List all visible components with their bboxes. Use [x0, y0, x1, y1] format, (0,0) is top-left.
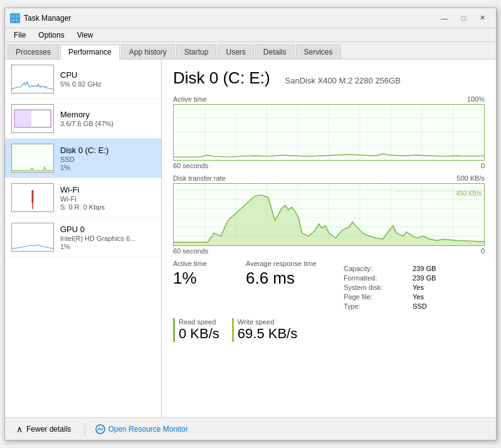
avg-response-value: 6.6 ms: [246, 269, 334, 288]
main-content: CPU 5% 0.92 GHz Memory 3.6/7.6 GB (47%): [5, 60, 496, 417]
info-row-type: Type: SSD: [344, 302, 485, 310]
detail-pane: Disk 0 (C: E:) SanDisk X400 M.2 2280 256…: [162, 60, 496, 417]
wifi-name: Wi-Fi: [60, 195, 155, 203]
svg-rect-2: [11, 19, 14, 21]
fewer-details-label: Fewer details: [26, 425, 71, 434]
memory-info: Memory 3.6/7.6 GB (47%): [60, 110, 155, 127]
page-file-label: Page file:: [344, 293, 413, 301]
svg-rect-7: [14, 110, 31, 127]
chart2-time-end: 0: [481, 247, 485, 255]
chart1-label: Active time: [173, 95, 207, 103]
gpu0-title: GPU 0: [60, 225, 155, 234]
info-row-formatted: Formatted: 239 GB: [344, 274, 485, 282]
tab-bar: Processes Performance App history Startu…: [5, 42, 496, 60]
chart2-label: Disk transfer rate: [173, 174, 226, 182]
info-block: Capacity: 239 GB Formatted: 239 GB Syste…: [344, 260, 485, 312]
tab-performance[interactable]: Performance: [60, 45, 120, 60]
bottom-bar: ∧ Fewer details Open Resource Monitor: [5, 417, 496, 440]
active-time-stat: Active time 1%: [173, 260, 236, 288]
task-manager-window: Task Manager — □ ✕ File Options View Pro…: [4, 8, 497, 440]
info-row-page-file: Page file: Yes: [344, 293, 485, 301]
cpu-info: CPU 5% 0.92 GHz: [60, 70, 155, 88]
svg-rect-4: [12, 65, 53, 93]
disk-thumbnail: [11, 144, 54, 173]
menu-options[interactable]: Options: [33, 29, 69, 41]
read-speed-block: Read speed 0 KB/s: [173, 318, 219, 342]
sidebar-item-gpu0[interactable]: GPU 0 Intel(R) HD Graphics 6... 1%: [5, 218, 161, 257]
gpu0-usage: 1%: [60, 243, 155, 250]
chart2-max2: 450 KB/s: [456, 190, 482, 197]
formatted-label: Formatted:: [344, 274, 413, 282]
bottom-divider: [85, 423, 85, 435]
write-speed-block: Write speed 69.5 KB/s: [232, 318, 297, 342]
disk0-title: Disk 0 (C: E:): [60, 146, 155, 155]
wifi-thumbnail: [11, 183, 54, 212]
menu-file[interactable]: File: [9, 29, 31, 41]
menu-bar: File Options View: [5, 28, 496, 42]
svg-rect-8: [12, 144, 53, 172]
avg-response-stat: Average response time 6.6 ms: [246, 260, 334, 288]
gpu0-name: Intel(R) HD Graphics 6...: [60, 235, 155, 242]
open-resource-monitor-link[interactable]: Open Resource Monitor: [95, 424, 187, 434]
transfer-rate-section: Disk transfer rate 500 KB/s: [173, 174, 485, 255]
chart2-time: 60 seconds 0: [173, 247, 485, 255]
window-title: Task Manager: [24, 14, 436, 23]
sidebar-item-disk0[interactable]: Disk 0 (C: E:) SSD 1%: [5, 139, 161, 178]
tab-startup[interactable]: Startup: [176, 45, 217, 59]
type-label: Type:: [344, 302, 413, 310]
write-speed-label: Write speed: [238, 318, 297, 326]
active-time-value: 1%: [173, 269, 236, 288]
memory-stats: 3.6/7.6 GB (47%): [60, 120, 155, 127]
gpu-thumbnail: [11, 223, 54, 252]
menu-view[interactable]: View: [72, 29, 98, 41]
maximize-button[interactable]: □: [455, 12, 472, 24]
minimize-button[interactable]: —: [436, 12, 453, 24]
speed-row: Read speed 0 KB/s Write speed 69.5 KB/s: [173, 318, 485, 342]
tab-services[interactable]: Services: [296, 45, 341, 59]
system-disk-label: System disk:: [344, 284, 413, 291]
sidebar: CPU 5% 0.92 GHz Memory 3.6/7.6 GB (47%): [5, 60, 162, 417]
svg-rect-0: [11, 15, 14, 18]
transfer-rate-chart: 450 KB/s: [173, 183, 485, 246]
detail-subtitle: SanDisk X400 M.2 2280 256GB: [285, 76, 401, 85]
close-button[interactable]: ✕: [473, 12, 491, 24]
info-row-system-disk: System disk: Yes: [344, 284, 485, 291]
sidebar-item-cpu[interactable]: CPU 5% 0.92 GHz: [5, 60, 161, 99]
type-value: SSD: [413, 302, 427, 310]
capacity-value: 239 GB: [413, 265, 436, 272]
disk0-info: Disk 0 (C: E:) SSD 1%: [60, 146, 155, 171]
wifi-stats: S: 0 R: 0 Kbps: [60, 203, 155, 211]
open-resource-monitor-label: Open Resource Monitor: [108, 425, 187, 434]
fewer-details-button[interactable]: ∧ Fewer details: [13, 422, 75, 437]
chart1-time-end: 0: [481, 162, 485, 169]
cpu-thumbnail: [11, 65, 54, 93]
svg-rect-3: [16, 19, 19, 21]
read-speed-label: Read speed: [179, 318, 219, 326]
chart1-time: 60 seconds 0: [173, 162, 485, 169]
sidebar-item-memory[interactable]: Memory 3.6/7.6 GB (47%): [5, 99, 161, 139]
tab-details[interactable]: Details: [255, 45, 295, 59]
avg-response-label: Average response time: [246, 260, 334, 267]
chart1-labels: Active time 100%: [173, 95, 485, 103]
app-icon: [10, 13, 20, 23]
svg-rect-13: [12, 223, 53, 251]
disk0-usage: 1%: [60, 164, 155, 171]
chart2-time-start: 60 seconds: [173, 247, 208, 255]
sidebar-item-wifi[interactable]: Wi-Fi Wi-Fi S: 0 R: 0 Kbps: [5, 178, 161, 218]
write-speed-value: 69.5 KB/s: [238, 326, 297, 342]
active-time-chart: [173, 104, 485, 161]
chart2-max: 500 KB/s: [456, 174, 485, 182]
info-row-capacity: Capacity: 239 GB: [344, 265, 485, 272]
system-disk-value: Yes: [413, 284, 424, 291]
svg-rect-1: [16, 15, 19, 18]
detail-header: Disk 0 (C: E:) SanDisk X400 M.2 2280 256…: [173, 68, 485, 88]
active-time-section: Active time 100%: [173, 95, 485, 169]
cpu-title: CPU: [60, 70, 155, 80]
chart1-time-start: 60 seconds: [173, 162, 208, 169]
wifi-title: Wi-Fi: [60, 185, 155, 195]
tab-app-history[interactable]: App history: [121, 45, 175, 59]
capacity-label: Capacity:: [344, 265, 413, 272]
tab-processes[interactable]: Processes: [8, 45, 59, 59]
info-table: Capacity: 239 GB Formatted: 239 GB Syste…: [344, 265, 485, 310]
tab-users[interactable]: Users: [218, 45, 253, 59]
